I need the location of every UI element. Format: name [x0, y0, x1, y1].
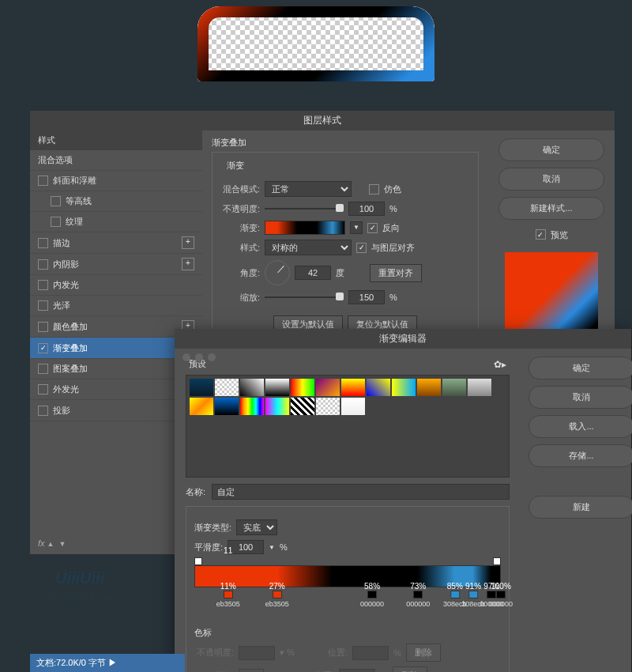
down-arrow-icon[interactable]: ▼ [58, 540, 66, 548]
color-stop[interactable]: 73%000000 [406, 582, 430, 608]
checkbox[interactable] [38, 238, 48, 248]
preset-swatch[interactable] [442, 379, 466, 396]
gear-icon[interactable]: ✿▸ [494, 359, 506, 370]
gradient-type-select[interactable]: 实底 [236, 519, 277, 535]
align-checkbox[interactable] [356, 243, 367, 253]
stop-opacity-input[interactable] [239, 646, 275, 660]
checkbox[interactable] [38, 384, 48, 395]
new-button[interactable]: 新建 [529, 496, 632, 519]
dropdown-icon[interactable]: ▼ [269, 544, 275, 551]
style-bevel[interactable]: 斜面和浮雕 [30, 171, 202, 191]
new-style-button[interactable]: 新建样式... [498, 197, 604, 220]
angle-input[interactable] [295, 266, 331, 280]
preset-swatch[interactable] [265, 379, 289, 396]
dither-checkbox[interactable] [369, 184, 379, 194]
sidebar-header: 样式 [30, 130, 202, 150]
gradient-name-input[interactable] [212, 484, 510, 500]
scale-input[interactable] [348, 290, 385, 304]
angle-dial[interactable] [265, 260, 290, 285]
preset-swatch[interactable] [392, 379, 416, 396]
up-arrow-icon[interactable]: ▲ [47, 540, 55, 548]
style-preview [505, 252, 598, 331]
color-stop[interactable]: 11%eb3505 [216, 582, 240, 608]
reset-align-button[interactable]: 重置对齐 [370, 264, 422, 282]
blend-mode-select[interactable]: 正常 [265, 181, 352, 197]
checkbox[interactable] [38, 176, 48, 186]
status-bar: 文档:72.0K/0 字节 ▶ [30, 654, 185, 672]
style-inner-glow[interactable]: 内发光 [30, 275, 202, 296]
close-icon[interactable] [182, 353, 190, 361]
style-texture[interactable]: 纹理 [30, 212, 202, 232]
color-stops-label: 色标 [194, 627, 212, 639]
load-button[interactable]: 载入... [529, 415, 632, 438]
opacity-stop[interactable] [194, 557, 202, 565]
reverse-checkbox[interactable] [367, 223, 378, 233]
preset-swatch[interactable] [367, 379, 390, 396]
preview-checkbox[interactable] [536, 229, 546, 240]
opacity-slider[interactable] [265, 208, 344, 210]
blending-options[interactable]: 混合选项 [30, 150, 202, 171]
opacity-input[interactable] [348, 202, 385, 216]
preset-swatch[interactable] [417, 379, 441, 396]
gradient-preview[interactable] [265, 221, 345, 235]
zoom-icon[interactable] [208, 353, 216, 361]
add-icon[interactable]: + [182, 258, 194, 270]
preset-swatch[interactable] [240, 398, 264, 415]
checkbox[interactable] [38, 259, 48, 270]
preset-swatch[interactable] [291, 398, 314, 415]
panel-title: 渐变叠加 [212, 137, 479, 149]
ok-button[interactable]: 确定 [498, 138, 604, 161]
preset-swatch[interactable] [341, 379, 365, 396]
watermark: UiiiUiii [55, 569, 104, 587]
preset-swatch[interactable] [265, 398, 289, 415]
checkbox[interactable] [51, 196, 61, 206]
cancel-button[interactable]: 取消 [529, 386, 632, 409]
style-contour[interactable]: 等高线 [30, 191, 202, 212]
chevron-right-icon[interactable]: ▶ [108, 658, 117, 667]
preset-swatch[interactable] [341, 398, 365, 415]
stop-position-input[interactable] [352, 646, 389, 660]
checkbox[interactable] [38, 364, 48, 374]
dropdown-icon[interactable]: ▼ [350, 221, 363, 234]
cancel-button[interactable]: 取消 [498, 168, 604, 191]
ok-button[interactable]: 确定 [529, 357, 632, 379]
color-swatch[interactable] [239, 669, 264, 673]
stop-position-input[interactable] [339, 669, 375, 673]
color-stop[interactable]: 58%000000 [360, 582, 384, 608]
preset-swatch[interactable] [190, 379, 213, 396]
style-stroke[interactable]: 描边+ [30, 232, 202, 254]
smoothness-input[interactable] [228, 540, 264, 554]
checkbox[interactable] [38, 322, 48, 332]
style-select[interactable]: 对称的 [265, 240, 352, 255]
color-stop[interactable]: 100%000000 [489, 582, 513, 608]
preset-swatch[interactable] [291, 379, 314, 396]
gradient-ramp[interactable]: 11 11%eb350527%eb350558%00000073%0000008… [194, 565, 501, 587]
preset-swatch[interactable] [240, 379, 264, 396]
preset-swatch[interactable] [190, 398, 213, 415]
minimize-icon[interactable] [195, 353, 203, 361]
scale-slider[interactable] [265, 296, 344, 298]
preset-swatch[interactable] [215, 379, 239, 396]
save-button[interactable]: 存储... [529, 444, 632, 467]
style-satin[interactable]: 光泽 [30, 296, 202, 316]
delete-button[interactable]: 删除 [393, 666, 427, 672]
preset-swatch[interactable] [316, 379, 340, 396]
checkbox[interactable] [38, 280, 48, 290]
add-icon[interactable]: + [182, 236, 194, 249]
color-stop[interactable]: 27%eb3505 [265, 582, 289, 608]
style-inner-shadow[interactable]: 内阴影+ [30, 254, 202, 275]
checkbox[interactable] [38, 300, 48, 311]
dialog-title: 图层样式 [30, 111, 615, 130]
delete-button[interactable]: 删除 [406, 644, 441, 662]
checkbox[interactable] [38, 406, 48, 416]
checkbox[interactable] [38, 343, 48, 353]
name-label: 名称: [186, 486, 205, 498]
dialog-title: 渐变编辑器 [175, 329, 631, 349]
preset-swatch[interactable] [468, 379, 491, 396]
preset-grid[interactable] [186, 375, 510, 478]
preset-swatch[interactable] [316, 398, 340, 415]
opacity-stop[interactable] [493, 557, 501, 565]
preset-swatch[interactable] [215, 398, 239, 415]
window-controls [175, 349, 224, 366]
checkbox[interactable] [51, 217, 61, 227]
